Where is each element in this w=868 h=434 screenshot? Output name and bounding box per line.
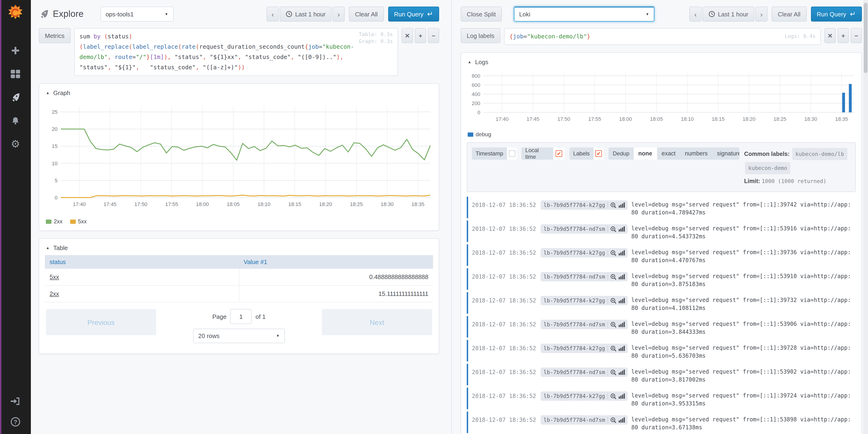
svg-text:17:55: 17:55 (588, 116, 601, 122)
log-row[interactable]: 2018-12-07 18:36:52lb-7b9d5f7784-k27ggle… (467, 197, 856, 218)
time-back-button[interactable]: ‹ (267, 6, 279, 22)
stats-bars-icon[interactable] (619, 346, 625, 351)
log-row[interactable]: 2018-12-07 18:36:52lb-7b9d5f7784-nd7smle… (467, 268, 856, 290)
run-query-button[interactable]: Run Query ↵ (811, 6, 862, 22)
table-panel-toggle[interactable]: ▲ Table (46, 244, 433, 252)
time-forward-button[interactable]: › (333, 6, 345, 22)
remove-query-button[interactable]: ✕ (402, 28, 413, 43)
log-message: level=debug msg="served request" from=[:… (631, 365, 854, 384)
stats-bars-icon[interactable] (619, 417, 625, 423)
log-timestamp: 2018-12-07 18:36:52 (472, 317, 536, 328)
collapse-query-button[interactable]: − (851, 28, 862, 43)
collapse-triangle-icon: ▲ (46, 91, 50, 95)
stats-bars-icon[interactable] (619, 250, 625, 256)
time-back-button[interactable]: ‹ (689, 6, 702, 22)
clear-all-button[interactable]: Clear All (349, 6, 384, 22)
log-row[interactable]: 2018-12-07 18:36:52lb-7b9d5f7784-nd7smle… (467, 221, 856, 242)
stats-bars-icon[interactable] (619, 393, 625, 399)
run-query-button[interactable]: Run Query ↵ (388, 6, 439, 22)
status-link[interactable]: 2xx (50, 290, 59, 297)
grafana-logo[interactable] (6, 4, 24, 23)
checkbox-checked-icon[interactable]: ✔ (595, 150, 602, 157)
page-number-input[interactable] (230, 309, 252, 324)
log-row[interactable]: 2018-12-07 18:36:52lb-7b9d5f7784-k27ggle… (467, 292, 856, 314)
explore-rocket-icon[interactable] (10, 92, 21, 103)
add-query-button[interactable]: + (415, 28, 426, 43)
zoom-in-icon[interactable] (610, 321, 616, 327)
loki-query-editor[interactable]: Logs: 0.4s {job="kubecon-demo/lb"} (504, 28, 821, 45)
checkbox-checked-icon[interactable]: ✔ (556, 150, 562, 157)
sign-in-icon[interactable] (10, 396, 21, 407)
toggle-local-time[interactable]: Local time✔ (522, 147, 565, 160)
timepicker-button[interactable]: Last 1 hour (280, 6, 332, 22)
column-header-status[interactable]: status (45, 255, 239, 269)
add-icon[interactable] (10, 45, 21, 56)
stats-bars-icon[interactable] (619, 369, 625, 375)
checkbox-unchecked-icon[interactable] (508, 150, 515, 157)
graph-panel-toggle[interactable]: ▲ Graph (46, 89, 433, 96)
log-pod-label: lb-7b9d5f7784-k27gg (544, 345, 605, 352)
remove-query-button[interactable]: ✕ (825, 28, 836, 43)
next-page-button[interactable]: Next (322, 309, 432, 335)
log-row[interactable]: 2018-12-07 18:36:52lb-7b9d5f7784-nd7smle… (467, 316, 856, 338)
scrollbar-thumb[interactable] (864, 3, 868, 73)
stats-bars-icon[interactable] (619, 226, 625, 232)
close-split-button[interactable]: Close Split (461, 6, 502, 22)
logs-panel: ▲ Logs 17:4017:4517:5017:5518:0018:0518:… (461, 52, 862, 434)
legend-label: 2xx (54, 218, 62, 225)
dashboards-icon[interactable] (10, 68, 21, 80)
toggle-labels[interactable]: Labels✔ (569, 147, 604, 160)
dedup-option-numbers[interactable]: numbers (680, 147, 712, 160)
logs-panel-toggle[interactable]: ▲ Logs (468, 59, 856, 65)
clear-all-button[interactable]: Clear All (772, 6, 806, 22)
legend-item-debug[interactable]: debug (468, 131, 491, 138)
datasource-select[interactable]: ops-tools1 ▼ (100, 6, 174, 22)
alerting-bell-icon[interactable] (10, 115, 21, 126)
settings-gear-icon[interactable]: ⚙ (10, 139, 21, 150)
timepicker-button[interactable]: Last 1 hour (703, 6, 754, 22)
time-forward-button[interactable]: › (755, 6, 768, 22)
query-type-button[interactable]: Metrics (39, 28, 71, 43)
collapse-query-button[interactable]: − (428, 28, 439, 43)
zoom-in-icon[interactable] (610, 250, 616, 256)
log-row[interactable]: 2018-12-07 18:36:52lb-7b9d5f7784-nd7smle… (467, 364, 856, 385)
stats-bars-icon[interactable] (619, 202, 625, 208)
rows-per-page-select[interactable]: 20 rows ▼ (193, 329, 285, 343)
previous-page-button[interactable]: Previous (46, 309, 156, 335)
dedup-option-none[interactable]: none (634, 147, 657, 160)
stats-bars-icon[interactable] (619, 298, 625, 303)
zoom-in-icon[interactable] (610, 297, 616, 303)
stats-bars-icon[interactable] (619, 274, 625, 280)
log-message: level=debug msg="served request" from=[:… (631, 317, 854, 336)
log-label-chip: lb-7b9d5f7784-nd7sm (541, 224, 628, 234)
zoom-in-icon[interactable] (610, 393, 616, 399)
log-labels-button[interactable]: Log labels (461, 28, 501, 43)
log-row[interactable]: 2018-12-07 18:36:52lb-7b9d5f7784-k27ggle… (467, 244, 856, 266)
legend-item-5xx[interactable]: 5xx (70, 218, 87, 225)
metrics-query-editor[interactable]: Table: 0.3sGraph: 0.3s sum by (status)(l… (74, 28, 398, 76)
zoom-in-icon[interactable] (610, 226, 616, 232)
help-icon[interactable]: ? (10, 416, 21, 428)
zoom-in-icon[interactable] (610, 273, 616, 280)
zoom-in-icon[interactable] (610, 345, 616, 351)
metrics-line-chart[interactable]: 17:4017:4517:5017:5518:0018:0518:1018:15… (45, 100, 434, 213)
stats-bars-icon[interactable] (619, 322, 625, 327)
dedup-option-exact[interactable]: exact (657, 147, 680, 160)
chip-divider (608, 273, 608, 280)
log-row[interactable]: 2018-12-07 18:36:52lb-7b9d5f7784-k27ggle… (467, 388, 856, 409)
svg-text:18:35: 18:35 (835, 116, 848, 122)
zoom-in-icon[interactable] (610, 369, 616, 375)
datasource-select-right[interactable]: Loki ▼ (514, 6, 654, 22)
dedup-option-signature[interactable]: signature (712, 147, 739, 160)
zoom-in-icon[interactable] (610, 202, 616, 208)
logs-volume-bar-chart[interactable]: 17:4017:4517:5017:5518:0018:0518:1018:15… (467, 69, 858, 126)
zoom-in-icon[interactable] (610, 417, 616, 423)
legend-item-2xx[interactable]: 2xx (46, 218, 62, 225)
column-header-value[interactable]: Value #1 (239, 255, 433, 269)
add-query-button[interactable]: + (838, 28, 849, 43)
page-scrollbar[interactable] (863, 0, 868, 434)
status-link[interactable]: 5xx (50, 273, 59, 281)
log-row[interactable]: 2018-12-07 18:36:52lb-7b9d5f7784-nd7smle… (467, 411, 856, 433)
log-row[interactable]: 2018-12-07 18:36:52lb-7b9d5f7784-k27ggle… (467, 340, 856, 361)
toggle-timestamp[interactable]: Timestamp (472, 147, 517, 160)
